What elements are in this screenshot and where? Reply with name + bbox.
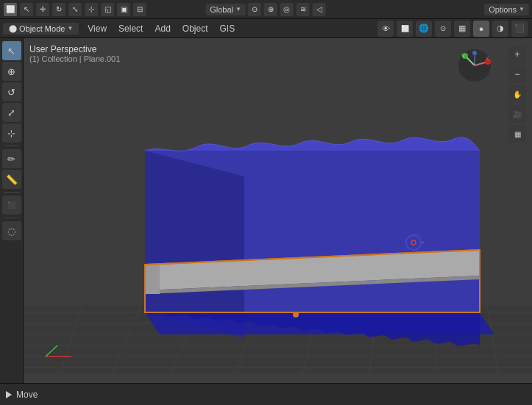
extra-icon2[interactable]: ▣ bbox=[117, 3, 130, 16]
svg-text:X: X bbox=[486, 56, 489, 61]
svg-text:Y: Y bbox=[461, 54, 465, 59]
menu-view[interactable]: View bbox=[82, 21, 113, 37]
global-arrow: ▼ bbox=[235, 6, 241, 12]
svg-marker-22 bbox=[145, 265, 160, 294]
move-indicator: Move bbox=[6, 390, 38, 400]
tool-rotate[interactable]: ↺ bbox=[2, 82, 21, 101]
back-icon[interactable]: ◁ bbox=[313, 3, 326, 16]
menu-bar: ⬤ Object Mode ▼ View Select Add Object G… bbox=[0, 19, 532, 38]
options-label: Options bbox=[489, 5, 517, 14]
options-dropdown[interactable]: Options ▼ bbox=[484, 4, 529, 15]
menu-select[interactable]: Select bbox=[113, 21, 149, 37]
viewport-render-icon[interactable]: ⬜ bbox=[397, 21, 413, 37]
tool-sep-2 bbox=[4, 192, 20, 193]
select-box-icon[interactable]: ⬜ bbox=[4, 3, 17, 16]
pivot-icon[interactable]: ⊙ bbox=[248, 3, 261, 16]
right-toolbar: + − ✋ 🎥 ▦ bbox=[508, 46, 526, 143]
rt-zoom-in[interactable]: + bbox=[508, 46, 526, 63]
options-arrow: ▼ bbox=[519, 6, 525, 12]
viewport-eye-icon[interactable]: 👁 bbox=[377, 21, 394, 37]
svg-marker-18 bbox=[145, 151, 244, 338]
scale-icon[interactable]: ⤡ bbox=[68, 3, 82, 16]
object-mode-dropdown[interactable]: ⬤ Object Mode ▼ bbox=[3, 23, 79, 35]
object-mode-icon: ⬤ bbox=[9, 24, 17, 32]
main-area: ↖ ⊕ ↺ ⤢ ⊹ ✏ 📏 ⬛ ◌ bbox=[0, 38, 532, 383]
viewport-mat-icon[interactable]: ◑ bbox=[492, 21, 508, 37]
scene-svg bbox=[24, 38, 532, 383]
top-tools-right: Options ▼ bbox=[484, 4, 532, 15]
global-dropdown[interactable]: Global ▼ bbox=[205, 4, 246, 15]
global-label: Global bbox=[210, 5, 233, 14]
svg-point-25 bbox=[293, 312, 299, 318]
tool-move[interactable]: ⊕ bbox=[2, 62, 21, 81]
transform-icon[interactable]: ⊹ bbox=[85, 3, 98, 16]
tool-scale[interactable]: ⤢ bbox=[2, 103, 21, 122]
tool-select-cursor[interactable]: ↖ bbox=[2, 41, 21, 60]
menu-add[interactable]: Add bbox=[149, 21, 176, 37]
rt-grid[interactable]: ▦ bbox=[508, 125, 526, 143]
menu-gis[interactable]: GIS bbox=[214, 21, 241, 37]
rotate-icon[interactable]: ↻ bbox=[52, 3, 65, 16]
extra-icon3[interactable]: ⊟ bbox=[133, 3, 146, 16]
left-toolbar: ↖ ⊕ ↺ ⤢ ⊹ ✏ 📏 ⬛ ◌ bbox=[0, 38, 24, 383]
rt-pan[interactable]: ✋ bbox=[508, 85, 526, 103]
svg-point-40 bbox=[472, 51, 477, 55]
tool-add-obj[interactable]: ⬛ bbox=[2, 196, 21, 215]
top-tools-left: ⬜ ↖ ✛ ↻ ⤡ ⊹ ◱ ▣ ⊟ bbox=[0, 3, 150, 16]
menu-object[interactable]: Object bbox=[177, 21, 214, 37]
nav-gizmo-svg: Y X bbox=[455, 46, 495, 86]
viewport-render2-icon[interactable]: ⬛ bbox=[511, 21, 528, 37]
move-icon[interactable]: ✛ bbox=[36, 3, 49, 16]
proportional-icon[interactable]: ◎ bbox=[280, 3, 294, 16]
rt-zoom-out[interactable]: − bbox=[508, 65, 526, 83]
extra-icon1[interactable]: ◱ bbox=[101, 3, 114, 16]
wave-icon[interactable]: ≋ bbox=[297, 3, 310, 16]
rt-camera[interactable]: 🎥 bbox=[508, 105, 526, 123]
tool-extra[interactable]: ◌ bbox=[2, 221, 21, 240]
top-toolbar: ⬜ ↖ ✛ ↻ ⤡ ⊹ ◱ ▣ ⊟ Global ▼ ⊙ ⊕ ◎ ≋ ◁ Opt… bbox=[0, 0, 532, 19]
top-tools-mid: Global ▼ ⊙ ⊕ ◎ ≋ ◁ bbox=[205, 3, 327, 16]
tool-sep-3 bbox=[4, 218, 20, 218]
tool-annotate[interactable]: ✏ bbox=[2, 149, 21, 168]
object-mode-label: Object Mode bbox=[19, 24, 65, 33]
bottom-bar: Move bbox=[0, 383, 532, 405]
nav-gizmo[interactable]: Y X bbox=[455, 46, 495, 86]
move-triangle-icon bbox=[6, 391, 12, 398]
cursor-icon[interactable]: ↖ bbox=[20, 3, 33, 16]
tool-measure[interactable]: 📏 bbox=[2, 170, 21, 189]
viewport-xray-icon[interactable]: ▦ bbox=[454, 21, 470, 37]
snap-icon[interactable]: ⊕ bbox=[264, 3, 277, 16]
object-mode-arrow: ▼ bbox=[67, 25, 73, 32]
tool-sep-1 bbox=[4, 146, 20, 146]
move-label: Move bbox=[16, 390, 38, 400]
viewport-shading-icon[interactable]: 🌐 bbox=[416, 21, 432, 37]
viewport-solid-icon[interactable]: ● bbox=[473, 21, 489, 37]
viewport-right-icons: 👁 ⬜ 🌐 ⊙ ▦ ● ◑ ⬛ bbox=[377, 21, 532, 37]
viewport-overlay-icon[interactable]: ⊙ bbox=[435, 21, 451, 37]
viewport[interactable]: User Perspective (1) Collection | Plane.… bbox=[24, 38, 532, 383]
tool-transform[interactable]: ⊹ bbox=[2, 123, 21, 143]
